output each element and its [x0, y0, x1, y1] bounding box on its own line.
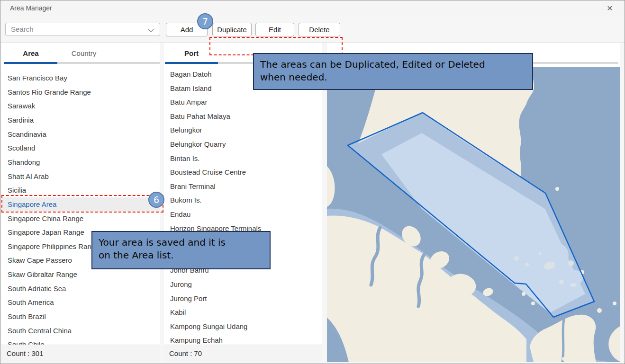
list-item[interactable]: Brani Terminal [164, 179, 322, 194]
list-item[interactable]: Jurong Port [164, 292, 322, 306]
area-manager-window: Area Manager × Search Add Duplicate Edit… [0, 0, 625, 364]
port-count-footer: Count : 70 [164, 345, 322, 362]
list-item[interactable]: Sarawak [1, 99, 160, 113]
callout-text-line: Your area is saved and it is [99, 236, 263, 249]
list-item[interactable]: Batu Ampar [164, 95, 322, 109]
list-item[interactable]: Bintan Is. [164, 151, 322, 166]
highlight-box-selected-area [1, 195, 163, 213]
map-panel [327, 43, 620, 362]
list-item[interactable]: Shatt Al Arab [1, 169, 160, 184]
tab-active-indicator [4, 62, 57, 64]
callout-text-line: The areas can be Duplicated, Edited or D… [260, 58, 526, 71]
list-item[interactable]: Jurong [164, 277, 322, 292]
tab-area[interactable]: Area [4, 43, 57, 64]
list-item[interactable]: Boustead Cruise Centre [164, 165, 322, 179]
list-item[interactable]: Singapore China Range [1, 212, 160, 226]
area-tabstrip: Area Country [1, 43, 160, 67]
tab-country[interactable]: Country [57, 43, 110, 64]
list-item[interactable]: South Brazil [1, 310, 160, 324]
list-item[interactable]: San Francisco Bay [1, 71, 160, 85]
list-item[interactable]: Skaw Gibraltar Range [1, 267, 160, 282]
step-badge-7: 7 [197, 13, 213, 29]
list-item[interactable]: Belungkor [164, 123, 322, 137]
callout-saved-tip: Your area is saved and it is on the Area… [91, 231, 271, 269]
nautical-map[interactable] [327, 67, 620, 362]
chevron-down-icon[interactable] [148, 26, 154, 32]
search-input[interactable]: Search [5, 23, 160, 36]
list-item[interactable]: Endau [164, 207, 322, 222]
list-item[interactable]: South Central China [1, 324, 160, 338]
list-item[interactable]: Santos Rio Grande Range [1, 85, 160, 99]
toolbar: Search Add Duplicate Edit Delete [0, 16, 625, 43]
callout-duplicate-tip: The areas can be Duplicated, Edited or D… [253, 53, 533, 90]
list-item[interactable]: Batu Pahat Malaya [164, 109, 322, 124]
list-item[interactable]: Scandinavia [1, 127, 160, 142]
list-item[interactable]: Belungkor Quarry [164, 137, 322, 151]
delete-button[interactable]: Delete [299, 23, 340, 36]
list-item[interactable]: Scotland [1, 141, 160, 155]
duplicate-button[interactable]: Duplicate [212, 23, 252, 36]
window-title: Area Manager [10, 0, 52, 16]
edit-button[interactable]: Edit [255, 23, 294, 36]
step-badge-6: 6 [148, 192, 164, 208]
list-item[interactable]: Kampong Sungai Udang [164, 320, 322, 334]
list-item[interactable]: Shandong [1, 155, 160, 169]
callout-text-line: on the Area list. [99, 249, 263, 262]
list-item[interactable]: Kabil [164, 305, 322, 320]
tab-active-indicator [165, 62, 218, 64]
area-count-footer: Count : 301 [1, 345, 160, 362]
list-item[interactable]: Bukom Is. [164, 193, 322, 207]
list-item[interactable]: South Chile [1, 337, 160, 345]
map-channel [562, 320, 564, 362]
list-item[interactable]: South America [1, 295, 160, 310]
list-item[interactable]: South Adriatic Sea [1, 282, 160, 296]
close-icon[interactable]: × [602, 0, 618, 16]
search-placeholder: Search [11, 23, 34, 36]
title-bar: Area Manager × [0, 0, 625, 16]
port-list: Bagan DatohBatam IslandBatu AmparBatu Pa… [164, 67, 322, 345]
callout-text-line: when needed. [260, 71, 526, 84]
list-item[interactable]: Sardinia [1, 113, 160, 127]
port-list-panel: Port Bagan DatohBatam IslandBatu AmparBa… [164, 43, 322, 362]
list-item[interactable]: Kampung Echah [164, 333, 322, 345]
